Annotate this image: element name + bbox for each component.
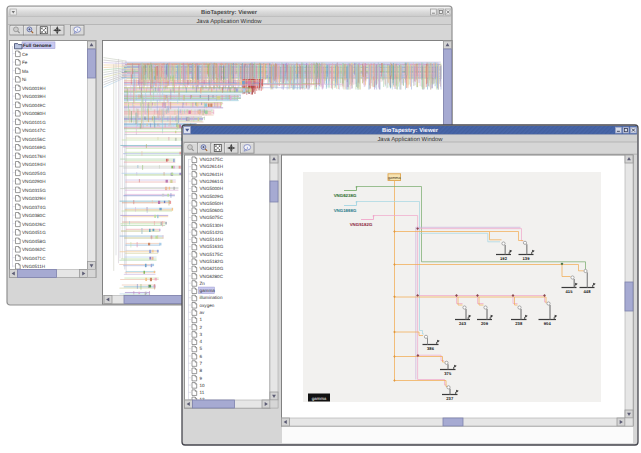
svg-text:VNG0290H: VNG0290H — [22, 179, 46, 184]
svg-text:5: 5 — [200, 346, 203, 351]
svg-text:Full Genome: Full Genome — [23, 43, 52, 48]
svg-text:BioTapestry: Viewer: BioTapestry: Viewer — [201, 9, 258, 16]
svg-text:av: av — [200, 310, 206, 315]
svg-text:904: 904 — [544, 321, 552, 326]
svg-text:VNG5130H: VNG5130H — [200, 223, 224, 228]
svg-text:VNG2475C: VNG2475C — [200, 157, 224, 162]
svg-text:VNG0101G: VNG0101G — [22, 120, 46, 125]
svg-text:VNG0080H: VNG0080H — [22, 111, 46, 116]
svg-text:139: 139 — [523, 256, 531, 261]
svg-text:VNG5000H: VNG5000H — [200, 186, 224, 191]
svg-text:BioTapestry: Viewer: BioTapestry: Viewer — [382, 127, 439, 134]
svg-text:209: 209 — [481, 321, 489, 326]
svg-text:Ma: Ma — [22, 69, 29, 74]
svg-text:illumination: illumination — [200, 295, 223, 300]
svg-text:VNG5144H: VNG5144H — [200, 237, 224, 242]
svg-text:375: 375 — [444, 371, 452, 376]
svg-text:VNG1668G: VNG1668G — [334, 208, 357, 213]
svg-text:VNG5175C: VNG5175C — [200, 252, 224, 257]
svg-text:VNG0194H: VNG0194H — [22, 162, 46, 167]
svg-text:VNG0458G: VNG0458G — [22, 239, 46, 244]
svg-text:VNG5163G: VNG5163G — [200, 244, 224, 249]
svg-text:VNG0426C: VNG0426C — [22, 222, 46, 227]
svg-text:10: 10 — [200, 383, 206, 388]
svg-text:448: 448 — [584, 289, 592, 294]
svg-text:VNG2661G: VNG2661G — [200, 179, 224, 184]
svg-text:VNG0471C: VNG0471C — [22, 256, 46, 261]
svg-text:gamma: gamma — [312, 396, 327, 401]
svg-text:VNG0019H: VNG0019H — [22, 86, 46, 91]
svg-text:3: 3 — [200, 332, 203, 337]
svg-text:i: i — [77, 28, 78, 32]
svg-text:gamma: gamma — [200, 288, 216, 293]
svg-text:VNG5060G: VNG5060G — [200, 208, 224, 213]
svg-text:VNG0451G: VNG0451G — [22, 230, 46, 235]
svg-text:VNG5182G: VNG5182G — [350, 222, 373, 227]
svg-text:VNG6280C: VNG6280C — [200, 274, 224, 279]
svg-text:2: 2 — [200, 325, 203, 330]
svg-text:4: 4 — [200, 339, 203, 344]
svg-text:VNG0374G: VNG0374G — [22, 205, 46, 210]
svg-text:VNG0329H: VNG0329H — [22, 196, 46, 201]
svg-text:VNG0176H: VNG0176H — [22, 154, 46, 159]
svg-text:Java Application Window: Java Application Window — [196, 18, 262, 25]
svg-text:8: 8 — [200, 368, 203, 373]
svg-text:1: 1 — [200, 317, 203, 322]
svg-text:VNG6210G: VNG6210G — [200, 266, 224, 271]
svg-text:i: i — [247, 146, 248, 150]
svg-text:VNG0039H: VNG0039H — [22, 94, 46, 99]
svg-text:VNG5075C: VNG5075C — [200, 215, 224, 220]
svg-text:VNG0049C: VNG0049C — [22, 103, 46, 108]
svg-text:VNG5182G: VNG5182G — [200, 259, 224, 264]
svg-text:Fe: Fe — [22, 60, 28, 65]
svg-text:192: 192 — [500, 256, 508, 261]
svg-text:VNG0156C: VNG0156C — [22, 137, 46, 142]
svg-text:VNG2641H: VNG2641H — [200, 172, 224, 177]
svg-text:gamma: gamma — [388, 176, 402, 180]
svg-text:VNG2614H: VNG2614H — [200, 164, 224, 169]
svg-text:VNG5029G: VNG5029G — [200, 194, 224, 199]
svg-text:7: 7 — [200, 361, 203, 366]
svg-text:243: 243 — [459, 321, 467, 326]
svg-text:VNG0254G: VNG0254G — [22, 171, 46, 176]
svg-text:6: 6 — [200, 354, 203, 359]
svg-text:VNG0511H: VNG0511H — [22, 264, 45, 269]
svg-text:Zn: Zn — [200, 281, 206, 286]
svg-text:237: 237 — [446, 396, 454, 401]
svg-text:VNG5050H: VNG5050H — [200, 201, 224, 206]
svg-text:VNG6238G: VNG6238G — [334, 193, 357, 198]
svg-text:oxygen: oxygen — [200, 303, 215, 308]
svg-text:Ce: Ce — [22, 52, 28, 57]
svg-text:Ni: Ni — [22, 77, 26, 82]
svg-text:VNG0380C: VNG0380C — [22, 213, 46, 218]
svg-text:386: 386 — [427, 346, 435, 351]
svg-text:VNG0147C: VNG0147C — [22, 128, 46, 133]
svg-text:VNG0462C: VNG0462C — [22, 247, 46, 252]
svg-text:11: 11 — [200, 390, 205, 395]
svg-text:VNG5142G: VNG5142G — [200, 230, 224, 235]
svg-text:VNG0315G: VNG0315G — [22, 188, 46, 193]
svg-text:VNG0169G: VNG0169G — [22, 145, 46, 150]
svg-text:Java Application Window: Java Application Window — [377, 136, 443, 143]
svg-text:238: 238 — [515, 321, 523, 326]
svg-text:415: 415 — [566, 289, 574, 294]
svg-text:9: 9 — [200, 376, 203, 381]
